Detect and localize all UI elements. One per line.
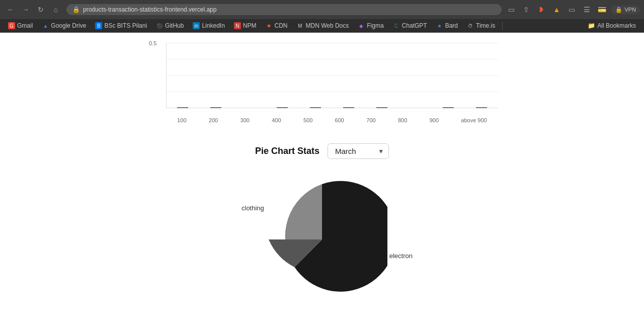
reload-button[interactable]: ↻: [34, 3, 47, 16]
x-label-900: 900: [430, 117, 439, 123]
gmail-icon: G: [8, 22, 15, 29]
bookmark-bits[interactable]: B BSc BITS Pilani: [91, 21, 151, 30]
back-button[interactable]: ←: [4, 3, 17, 16]
bookmark-npm[interactable]: N NPM: [230, 21, 261, 30]
bar-900: [443, 107, 454, 108]
github-icon: ⚫: [156, 22, 163, 29]
share-icon[interactable]: ⇧: [521, 4, 532, 15]
bookmark-npm-label: NPM: [243, 22, 257, 29]
bookmarks-divider: [502, 22, 503, 30]
bar-above900: [476, 107, 487, 108]
bookmark-github[interactable]: ⚫ GitHub: [152, 21, 188, 30]
linkedin-icon: in: [193, 22, 200, 29]
sidebar-toggle-icon[interactable]: ☰: [581, 4, 592, 15]
bookmark-mdn[interactable]: M MDN Web Docs: [292, 21, 353, 30]
y-label-05: 0.5: [149, 40, 156, 46]
bookmark-drive-label: Google Drive: [51, 22, 86, 29]
pie-label-electron: electron: [389, 252, 413, 260]
bookmark-chatgpt[interactable]: C ChatGPT: [389, 21, 431, 30]
figma-icon: ◆: [358, 22, 365, 29]
bookmark-linkedin-label: LinkedIn: [202, 22, 224, 29]
bookmark-timeis[interactable]: ⏱ Time.is: [463, 21, 499, 30]
bookmark-drive[interactable]: ▲ Google Drive: [38, 21, 90, 30]
browser-chrome: ← → ↻ ⌂ 🔒 products-transaction-statistic…: [0, 0, 644, 33]
bookmark-github-label: GitHub: [165, 22, 184, 29]
bar-600: [343, 107, 354, 108]
address-bar[interactable]: 🔒 products-transaction-statistics-fronte…: [66, 4, 502, 15]
toolbar-right: ▭ ⇧ ❥ ▲ ▭ ☰ 💳 🔒 VPN: [506, 4, 640, 15]
x-label-100: 100: [177, 117, 186, 123]
bookmark-figma-label: Figma: [367, 22, 383, 29]
bar-500: [310, 107, 321, 108]
bookmark-cdn-label: CDN: [274, 22, 287, 29]
x-label-400: 400: [272, 117, 281, 123]
bar-group-700: [365, 107, 398, 108]
pie-chart-svg: [257, 174, 387, 305]
cast-icon[interactable]: ▭: [506, 4, 517, 15]
brave-icon[interactable]: ❥: [536, 4, 547, 15]
pie-chart-section: Pie Chart Stats January February March A…: [0, 133, 644, 320]
x-label-700: 700: [366, 117, 375, 123]
x-label-300: 300: [240, 117, 250, 123]
x-labels: 100 200 300 400 500 600 700 800 900 abov…: [166, 117, 498, 123]
pie-chart-header: Pie Chart Stats January February March A…: [255, 143, 389, 159]
bookmark-timeis-label: Time.is: [476, 22, 495, 29]
vpn-button[interactable]: 🔒 VPN: [611, 6, 640, 14]
bookmark-bard-label: Bard: [445, 22, 458, 29]
bookmark-linkedin[interactable]: in LinkedIn: [189, 21, 228, 30]
vpn-icon: 🔒: [615, 7, 622, 13]
bar-group-500: [299, 107, 332, 108]
cdn-icon: ❖: [265, 22, 272, 29]
bookmark-gmail-label: Gmail: [17, 22, 33, 29]
lock-icon: 🔒: [72, 6, 80, 13]
pie-chart-title: Pie Chart Stats: [255, 146, 319, 156]
bar-700: [376, 107, 387, 108]
folder-icon: 📁: [588, 22, 595, 29]
bard-icon: ★: [436, 22, 443, 29]
x-label-200: 200: [209, 117, 218, 123]
x-label-600: 600: [335, 117, 344, 123]
bar-chart-area: 0.5: [0, 33, 644, 133]
bar-group-above900: [465, 107, 498, 108]
all-bookmarks-button[interactable]: 📁 All Bookmarks: [584, 21, 640, 30]
vpn-label: VPN: [624, 7, 636, 13]
forward-button[interactable]: →: [19, 3, 32, 16]
bar-100: [177, 107, 188, 108]
home-button[interactable]: ⌂: [49, 3, 62, 16]
page-content: 0.5: [0, 33, 644, 320]
month-select-wrapper: January February March April May June Ju…: [328, 143, 389, 159]
all-bookmarks-label: All Bookmarks: [597, 22, 636, 29]
bookmarks-bar: G Gmail ▲ Google Drive B BSc BITS Pilani…: [0, 19, 644, 33]
timeis-icon: ⏱: [467, 22, 474, 29]
bar-chart-container: 0.5: [146, 43, 498, 123]
mdn-icon: M: [296, 22, 303, 29]
bar-200: [210, 107, 221, 108]
x-label-800: 800: [398, 117, 407, 123]
drive-icon: ▲: [42, 22, 49, 29]
chatgpt-icon: C: [393, 22, 400, 29]
month-select[interactable]: January February March April May June Ju…: [328, 143, 389, 159]
bookmark-cdn[interactable]: ❖ CDN: [261, 21, 291, 30]
nav-buttons: ← → ↻ ⌂: [4, 3, 62, 16]
npm-icon: N: [234, 22, 241, 29]
pie-chart-wrapper: clothing electron: [257, 174, 387, 305]
bars-wrapper: [166, 43, 498, 108]
bookmark-bard[interactable]: ★ Bard: [432, 21, 462, 30]
bookmark-mdn-label: MDN Web Docs: [305, 22, 349, 29]
bookmark-figma[interactable]: ◆ Figma: [354, 21, 387, 30]
x-label-above900: above 900: [461, 117, 487, 123]
bar-group-200: [199, 107, 232, 108]
bookmark-chatgpt-label: ChatGPT: [402, 22, 427, 29]
bookmark-gmail[interactable]: G Gmail: [4, 21, 37, 30]
bits-icon: B: [95, 22, 102, 29]
browser-toolbar: ← → ↻ ⌂ 🔒 products-transaction-statistic…: [0, 0, 644, 19]
extensions-icon[interactable]: ▭: [566, 4, 577, 15]
bar-400: [277, 107, 288, 108]
url-text: products-transaction-statistics-frontend…: [83, 6, 216, 13]
rewards-icon[interactable]: ▲: [551, 4, 562, 15]
x-label-500: 500: [303, 117, 312, 123]
bar-group-600: [332, 107, 365, 108]
bar-group-100: [166, 107, 199, 108]
bar-group-400: [266, 107, 299, 108]
wallet-icon[interactable]: 💳: [596, 4, 607, 15]
